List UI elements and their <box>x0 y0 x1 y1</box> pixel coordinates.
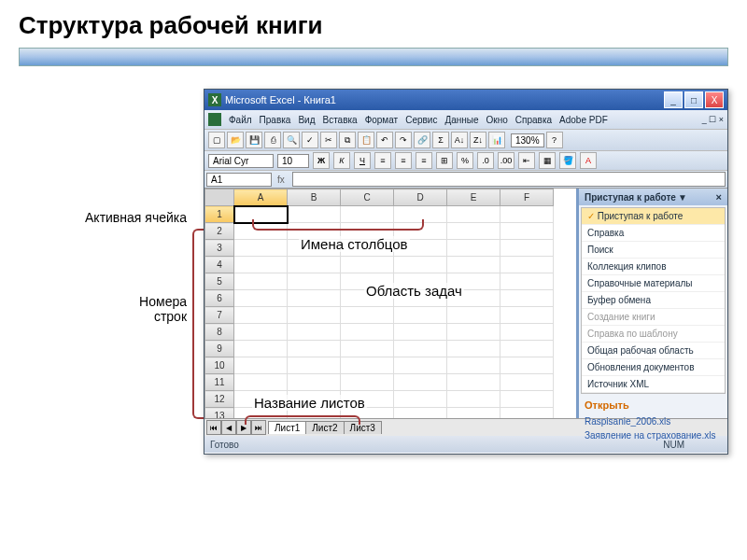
underline-icon[interactable]: Ч <box>354 152 371 169</box>
task-pane-header[interactable]: Приступая к работе▼× <box>579 189 727 205</box>
tp-item[interactable]: Общая рабочая область <box>582 343 725 359</box>
brace-columns <box>252 219 424 231</box>
maximize-button[interactable]: □ <box>684 91 703 108</box>
save-icon[interactable]: 💾 <box>246 132 262 148</box>
row-header[interactable]: 4 <box>205 257 234 273</box>
row-header[interactable]: 9 <box>205 341 234 357</box>
cut-icon[interactable]: ✂ <box>320 132 337 148</box>
tp-item[interactable]: ✓ Приступая к работе <box>582 208 725 225</box>
italic-icon[interactable]: К <box>333 152 350 169</box>
sort-az-icon[interactable]: A↓ <box>451 132 468 148</box>
align-center-icon[interactable]: ≡ <box>395 152 412 169</box>
menu-edit[interactable]: Правка <box>260 115 291 125</box>
tp-item[interactable]: Коллекция клипов <box>582 259 725 275</box>
decimal-dec-icon[interactable]: .00 <box>498 152 514 169</box>
align-left-icon[interactable]: ≡ <box>374 152 391 169</box>
excel-icon: X <box>208 93 221 106</box>
menu-insert[interactable]: Вставка <box>322 115 357 125</box>
open-section: Открыть <box>585 399 722 411</box>
label-sheet-names: Название листов <box>252 395 367 411</box>
font-name[interactable]: Arial Cyr <box>208 154 274 168</box>
print-icon[interactable]: ⎙ <box>264 132 281 148</box>
menu-view[interactable]: Вид <box>298 115 315 125</box>
row-header[interactable]: 11 <box>205 374 234 391</box>
row-header[interactable]: 3 <box>205 240 234 257</box>
fx-icon[interactable]: fx <box>277 175 285 185</box>
decorative-bar <box>19 48 728 66</box>
font-size[interactable]: 10 <box>277 154 309 168</box>
row-header[interactable]: 6 <box>205 290 234 307</box>
menubar: Файл Правка Вид Вставка Формат Сервис Да… <box>204 110 727 130</box>
new-icon[interactable]: ▢ <box>208 132 225 148</box>
open-icon[interactable]: 📂 <box>227 132 244 148</box>
merge-icon[interactable]: ⊞ <box>436 152 453 169</box>
tp-item[interactable]: Поиск <box>582 242 725 259</box>
row-header[interactable]: 7 <box>205 307 234 324</box>
label-row-numbers: Номерастрок <box>19 294 187 324</box>
menu-adobe[interactable]: Adobe PDF <box>559 115 608 125</box>
tp-item[interactable]: Буфер обмена <box>582 292 725 309</box>
menu-format[interactable]: Формат <box>365 115 399 125</box>
tp-item: Справка по шаблону <box>582 326 725 343</box>
row-header[interactable]: 5 <box>205 273 234 290</box>
chart-icon[interactable]: 📊 <box>488 132 505 148</box>
spell-icon[interactable]: ✓ <box>302 132 318 148</box>
tp-item[interactable]: Справка <box>582 225 725 242</box>
col-header-e[interactable]: E <box>447 189 500 206</box>
zoom-box[interactable]: 130% <box>511 133 544 147</box>
name-box[interactable]: A1 <box>206 173 272 187</box>
recent-file-link[interactable]: Raspisanie_2006.xls <box>585 416 722 427</box>
tab-nav-first-icon[interactable]: ⏮ <box>206 420 221 435</box>
help-icon[interactable]: ? <box>546 132 563 148</box>
toolbar-standard: ▢ 📂 💾 ⎙ 🔍 ✓ ✂ ⧉ 📋 ↶ ↷ 🔗 Σ A↓ Z↓ 📊 130% ? <box>204 130 727 151</box>
redo-icon[interactable]: ↷ <box>395 132 412 148</box>
borders-icon[interactable]: ▦ <box>539 152 556 169</box>
indent-icon[interactable]: ⇤ <box>518 152 535 169</box>
col-header-f[interactable]: F <box>500 189 554 206</box>
recent-file-link[interactable]: Заявление на страхование.xls <box>585 430 722 441</box>
menu-file[interactable]: Файл <box>229 115 252 125</box>
col-header-c[interactable]: C <box>341 189 394 206</box>
close-button[interactable]: X <box>705 91 724 108</box>
tp-item[interactable]: Источник XML <box>582 376 725 393</box>
row-header[interactable]: 1 <box>205 206 234 223</box>
sort-za-icon[interactable]: Z↓ <box>470 132 486 148</box>
col-header-b[interactable]: B <box>288 189 341 206</box>
menu-tools[interactable]: Сервис <box>405 115 437 125</box>
menu-data[interactable]: Данные <box>444 115 478 125</box>
row-header[interactable]: 12 <box>205 391 234 408</box>
font-color-icon[interactable]: A <box>580 152 597 169</box>
brace-sheets <box>245 415 360 425</box>
decimal-inc-icon[interactable]: .0 <box>477 152 494 169</box>
col-header-a[interactable]: A <box>234 189 288 206</box>
fill-color-icon[interactable]: 🪣 <box>559 152 576 169</box>
currency-icon[interactable]: % <box>457 152 473 169</box>
tp-item[interactable]: Обновления документов <box>582 359 725 376</box>
link-icon[interactable]: 🔗 <box>414 132 430 148</box>
num-lock: NUM <box>663 440 684 450</box>
row-header[interactable]: 13 <box>205 408 234 419</box>
undo-icon[interactable]: ↶ <box>376 132 393 148</box>
row-header[interactable]: 10 <box>205 357 234 374</box>
sum-icon[interactable]: Σ <box>432 132 449 148</box>
tp-item: Создание книги <box>582 309 725 326</box>
task-pane-close-icon[interactable]: × <box>716 191 722 203</box>
paste-icon[interactable]: 📋 <box>358 132 374 148</box>
slide-title: Структура рабочей книги <box>19 11 728 40</box>
preview-icon[interactable]: 🔍 <box>283 132 300 148</box>
menu-window[interactable]: Окно <box>486 115 508 125</box>
menu-help[interactable]: Справка <box>515 115 552 125</box>
tab-nav-prev-icon[interactable]: ◀ <box>221 420 236 435</box>
tp-item[interactable]: Справочные материалы <box>582 275 725 292</box>
col-header-d[interactable]: D <box>394 189 447 206</box>
row-header[interactable]: 2 <box>205 223 234 240</box>
formula-bar[interactable] <box>292 172 726 187</box>
formula-bar-row: A1 fx <box>204 171 727 189</box>
toolbar-formatting: Arial Cyr 10 Ж К Ч ≡ ≡ ≡ ⊞ % .0 .00 ⇤ ▦ … <box>204 151 727 171</box>
row-header[interactable]: 8 <box>205 324 234 341</box>
align-right-icon[interactable]: ≡ <box>416 152 432 169</box>
select-all-corner[interactable] <box>205 189 234 206</box>
bold-icon[interactable]: Ж <box>313 152 330 169</box>
minimize-button[interactable]: _ <box>664 91 683 108</box>
copy-icon[interactable]: ⧉ <box>339 132 356 148</box>
